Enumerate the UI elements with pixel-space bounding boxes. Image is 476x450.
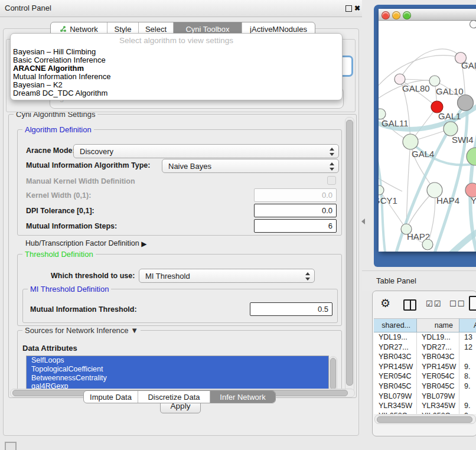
tab-impute-data[interactable]: Impute Data <box>84 391 138 403</box>
column-header-shared-name[interactable]: shared... <box>374 318 417 332</box>
minimize-traffic-light[interactable] <box>392 11 400 19</box>
table-row[interactable]: YIL052CYIL052C9. <box>374 411 476 414</box>
which-threshold-combo[interactable]: MI Threshold <box>139 269 315 283</box>
column-header-partial[interactable]: A <box>459 318 476 332</box>
collapse-down-icon: ▼ <box>131 326 138 335</box>
close-icon[interactable]: ✖ <box>352 2 363 14</box>
algorithm-option[interactable]: Bayesian – K2 <box>11 81 342 89</box>
aracne-mode-combo[interactable]: Discovery <box>73 144 339 158</box>
table-panel: ⚙ ☑☑ ☐☐ shared... name A YDL19...YDL19..… <box>372 291 476 436</box>
network-canvas[interactable]: GALGAL80GAL10GAL1GAL11SWI4GAL4GCY1HAP4YH… <box>379 20 476 252</box>
deselect-all-checkboxes-icon[interactable]: ☐☐ <box>449 299 465 308</box>
mi-type-combo[interactable]: Naive Bayes <box>162 159 339 173</box>
float-window-icon[interactable] <box>345 5 352 12</box>
attribute-item[interactable]: TopologicalCoefficient <box>27 365 328 374</box>
algorithm-option[interactable]: Basic Correlation Inference <box>11 56 342 64</box>
table-cell[interactable]: 9. <box>459 381 476 392</box>
table-horizontal-scrollbar-thumb[interactable] <box>377 416 472 423</box>
node-bottom-green[interactable] <box>422 239 433 250</box>
table-cell[interactable]: YDL19... <box>374 332 417 343</box>
table-cell[interactable]: YER054C <box>417 371 459 381</box>
table-cell[interactable]: YIL052C <box>374 411 417 414</box>
hub-definition-expander[interactable]: Hub/Transcription Factor Definition ▶ <box>25 239 146 247</box>
algorithm-option[interactable]: Dream8 DC_TDC Algorithm <box>11 89 342 97</box>
table-cell[interactable] <box>459 352 476 362</box>
table-horizontal-scrollbar[interactable] <box>374 415 476 424</box>
select-all-checkboxes-icon[interactable]: ☑☑ <box>426 299 442 308</box>
node-GAL10[interactable] <box>429 76 440 86</box>
node-salmon-label: Y <box>471 195 476 206</box>
table-cell[interactable]: 9. <box>459 411 476 414</box>
splitter-collapse-icon[interactable] <box>361 219 365 224</box>
node-right-green[interactable] <box>467 148 476 165</box>
table-row[interactable]: YER054CYER054C8. <box>374 371 476 381</box>
sources-title[interactable]: Sources for Network Inference ▼ <box>22 326 141 335</box>
node-GAL4[interactable] <box>403 134 418 149</box>
table-cell[interactable]: YPR145W <box>417 362 459 372</box>
node-gray[interactable] <box>458 95 474 111</box>
tab-discretize-data[interactable]: Discretize Data <box>138 391 210 403</box>
table-row[interactable]: YDR27...YDR27...12 <box>374 343 476 353</box>
settings-vertical-scrollbar-thumb[interactable] <box>346 120 353 386</box>
table-cell[interactable]: YBR045C <box>417 381 459 392</box>
kernel-width-label: Kernel Width (0,1): <box>26 191 91 200</box>
table-cell[interactable]: YBR043C <box>417 352 459 362</box>
node-GCY1[interactable] <box>379 185 384 195</box>
node-top-partial[interactable] <box>470 21 476 28</box>
table-cell[interactable]: 9. <box>459 401 476 411</box>
table-cell[interactable]: 8. <box>459 371 476 381</box>
node-gal-partial-label: GAL <box>461 60 476 70</box>
kernel-width-field[interactable]: 0.0 <box>254 188 337 202</box>
table-cell[interactable]: YLR345W <box>417 401 459 411</box>
table-cell[interactable]: YBR043C <box>374 352 417 362</box>
table-row[interactable]: YBL079WYBL079W <box>374 392 476 402</box>
table-row[interactable]: YBR043CYBR043C <box>374 352 476 362</box>
bottom-tab-bar: Impute Data Discretize Data Infer Networ… <box>83 390 276 403</box>
mi-steps-field[interactable]: 6 <box>254 219 337 233</box>
column-header-name[interactable]: name <box>417 318 459 332</box>
table-cell[interactable] <box>459 392 476 402</box>
table-row[interactable]: YDL19...YDL19...13 <box>374 332 476 343</box>
table-cell[interactable]: YER054C <box>374 371 417 381</box>
table-cell[interactable]: YDR27... <box>417 343 459 353</box>
new-table-icon[interactable] <box>469 296 476 311</box>
table-cell[interactable]: YDR27... <box>374 343 417 353</box>
zoom-traffic-light[interactable] <box>403 11 411 19</box>
attribute-item[interactable]: BetweennessCentrality <box>27 374 328 383</box>
table-row[interactable]: YLR345WYLR345W9. <box>374 401 476 411</box>
table-cell[interactable]: YBL079W <box>374 392 417 402</box>
table-cell[interactable]: 13 <box>459 332 476 343</box>
attributes-scrollbar[interactable] <box>329 356 337 392</box>
table-row[interactable]: YBR045CYBR045C9. <box>374 381 476 392</box>
table-cell[interactable]: 12 <box>459 343 476 353</box>
table-cell[interactable]: YBR045C <box>374 381 417 392</box>
table-row[interactable]: YPR145WYPR145W9. <box>374 362 476 372</box>
network-view-frame[interactable]: GALGAL80GAL10GAL1GAL11SWI4GAL4GCY1HAP4YH… <box>374 5 476 267</box>
close-traffic-light[interactable] <box>382 11 390 19</box>
table-cell[interactable]: YDL19... <box>417 332 459 343</box>
settings-vertical-scrollbar[interactable] <box>345 117 354 393</box>
gear-icon[interactable]: ⚙ <box>380 296 390 310</box>
algorithm-option-selected[interactable]: ARACNE Algorithm <box>11 64 342 73</box>
node-GAL80-label: GAL80 <box>402 83 430 93</box>
algorithm-option[interactable]: Mutual Information Inference <box>11 73 342 81</box>
network-window-titlebar[interactable] <box>379 9 476 21</box>
table-cell[interactable]: YIL052C <box>417 411 459 414</box>
node-GAL1-label: GAL1 <box>438 111 461 121</box>
collapsed-panel-icon[interactable] <box>5 442 17 450</box>
mi-threshold-field[interactable]: 0.5 <box>250 302 332 316</box>
node-GAL10-label: GAL10 <box>436 86 464 96</box>
table-cell[interactable]: YPR145W <box>374 362 417 372</box>
table-cell[interactable]: YBL079W <box>417 392 459 402</box>
algorithm-option[interactable]: Bayesian – Hill Climbing <box>11 48 342 56</box>
attributes-scrollbar-thumb[interactable] <box>330 358 336 390</box>
node-SWI4[interactable] <box>444 122 458 136</box>
attribute-item[interactable]: SelfLoops <box>27 356 328 365</box>
dpi-tolerance-field[interactable]: 0.0 <box>254 204 337 217</box>
manual-kernel-checkbox[interactable] <box>327 176 336 185</box>
columns-icon[interactable] <box>403 299 416 311</box>
network-edge[interactable] <box>400 49 461 79</box>
tab-infer-network[interactable]: Infer Network <box>210 391 275 403</box>
table-cell[interactable]: 9. <box>459 362 476 372</box>
table-cell[interactable]: YLR345W <box>374 401 417 411</box>
